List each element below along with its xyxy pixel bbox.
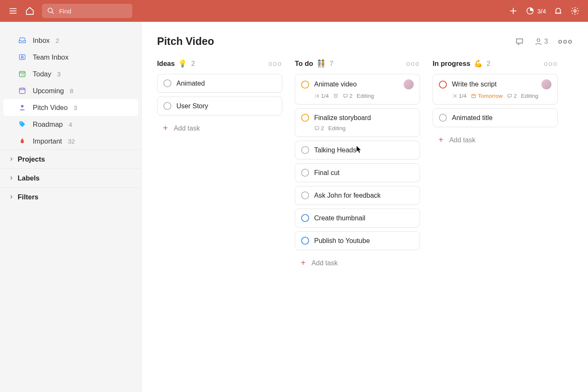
task-status: Editing — [328, 125, 346, 131]
task-card[interactable]: Talking Heads — [295, 141, 420, 159]
search-input[interactable] — [59, 8, 127, 15]
task-card[interactable]: Animate video1/42Editing — [295, 74, 420, 105]
task-checkbox[interactable] — [301, 191, 309, 199]
sidebar-group-filters[interactable]: Filters — [0, 187, 142, 206]
add-task-button[interactable]: +Add task — [157, 119, 282, 137]
avatar — [404, 79, 414, 89]
task-title: Talking Heads — [314, 146, 414, 154]
bell-icon[interactable] — [554, 6, 563, 16]
comments-button[interactable] — [515, 37, 524, 46]
sidebar-item-team-inbox[interactable]: Team Inbox — [0, 49, 142, 65]
comment-count: 2 — [314, 125, 324, 131]
add-task-label: Add task — [449, 136, 475, 144]
sidebar-group-label: Projects — [18, 155, 45, 163]
sidebar-item-count: 3 — [57, 71, 60, 78]
sidebar-item-upcoming[interactable]: Upcoming 8 — [0, 82, 142, 99]
add-task-button[interactable]: +Add task — [295, 254, 420, 272]
gear-icon[interactable] — [570, 6, 580, 16]
add-task-button[interactable]: +Add task — [433, 131, 558, 149]
task-checkbox[interactable] — [301, 81, 309, 89]
person-icon — [18, 103, 27, 112]
sidebar-group-label: Labels — [18, 174, 39, 182]
svg-rect-22 — [472, 94, 475, 98]
task-card[interactable]: Animated — [157, 74, 282, 93]
task-checkbox[interactable] — [301, 146, 309, 154]
column-emoji-icon: 💡 — [178, 59, 187, 68]
add-icon[interactable] — [509, 6, 518, 16]
task-card[interactable]: Publish to Youtube — [295, 231, 420, 250]
task-status: Editing — [357, 93, 374, 99]
chevron-right-icon — [7, 173, 16, 183]
menu-icon[interactable] — [8, 6, 18, 16]
task-meta: 1/42Editing — [314, 93, 414, 99]
task-card[interactable]: Ask John for feedback — [295, 186, 420, 205]
task-card[interactable]: Create thumbnail — [295, 209, 420, 227]
task-title: Animated title — [452, 114, 551, 122]
plus-icon: + — [438, 135, 444, 145]
task-card[interactable]: Write the script1/4Tomorrow2Editing — [433, 74, 558, 105]
progress-indicator[interactable]: 3/4 — [525, 6, 546, 16]
task-checkbox[interactable] — [301, 214, 309, 222]
column-more-button[interactable]: ooo — [406, 60, 420, 68]
members-count: 3 — [544, 38, 548, 45]
sidebar-group-labels[interactable]: Labels — [0, 168, 142, 187]
task-checkbox[interactable] — [163, 102, 171, 110]
due-date: Tomorrow — [471, 93, 503, 99]
sidebar-item-roadmap[interactable]: Roadmap 4 — [0, 116, 142, 133]
task-title: Animate video — [314, 81, 399, 88]
more-button[interactable]: ooo — [558, 38, 573, 45]
svg-rect-14 — [19, 88, 25, 94]
task-checkbox[interactable] — [439, 81, 447, 89]
plus-icon: + — [301, 258, 306, 268]
task-checkbox[interactable] — [301, 114, 309, 122]
add-task-label: Add task — [312, 259, 338, 267]
svg-text:21: 21 — [21, 73, 25, 76]
column-emoji-icon: 🧑‍🤝‍🧑 — [317, 59, 326, 68]
sidebar-item-count: 8 — [70, 87, 73, 94]
members-button[interactable]: 3 — [534, 37, 548, 46]
task-card[interactable]: Finalize storyboard2Editing — [295, 108, 420, 137]
task-title: Finalize storyboard — [314, 114, 414, 122]
task-checkbox[interactable] — [439, 114, 447, 122]
chevron-right-icon — [7, 192, 16, 201]
sidebar-item-label: Team Inbox — [33, 53, 68, 61]
page-title: Pitch Video — [157, 35, 214, 47]
column-emoji-icon: 💪 — [474, 59, 483, 68]
task-title: Ask John for feedback — [314, 192, 414, 199]
task-card[interactable]: Animated title — [433, 108, 558, 127]
sidebar-item-today[interactable]: 21 Today 3 — [0, 65, 142, 82]
sidebar-item-pitch-video[interactable]: Pitch Video 3 — [3, 99, 138, 116]
task-title: Publish to Youtube — [314, 237, 414, 245]
task-title: Final cut — [314, 169, 414, 177]
svg-rect-9 — [19, 55, 25, 60]
task-card[interactable]: User Story — [157, 97, 282, 115]
column-title: To do — [295, 60, 313, 68]
board-column: Ideas 💡 2 ooo Animated User Story+Add ta… — [157, 59, 282, 137]
task-checkbox[interactable] — [301, 169, 309, 177]
subtask-count: 1/4 — [452, 93, 467, 99]
task-checkbox[interactable] — [163, 79, 171, 87]
svg-point-3 — [48, 8, 53, 13]
column-title: Ideas — [157, 60, 175, 68]
sidebar-item-count: 3 — [74, 104, 77, 111]
calendar-today-icon: 21 — [18, 69, 27, 78]
board-column: In progress 💪 2 ooo Write the script1/4T… — [433, 59, 558, 149]
sidebar-item-count: 4 — [69, 121, 72, 128]
task-card[interactable]: Final cut — [295, 163, 420, 182]
search-box[interactable] — [42, 4, 132, 18]
team-inbox-icon — [18, 52, 27, 62]
tag-icon — [18, 120, 27, 129]
sidebar-group-projects[interactable]: Projects — [0, 149, 142, 168]
task-title: Create thumbnail — [314, 214, 414, 222]
sidebar-item-inbox[interactable]: Inbox 2 — [0, 32, 142, 49]
home-icon[interactable] — [25, 6, 34, 16]
column-more-button[interactable]: ooo — [544, 60, 558, 68]
comment-count: 2 — [343, 93, 353, 99]
sidebar-item-count: 2 — [55, 37, 59, 44]
sidebar-item-important[interactable]: Important 32 — [0, 133, 142, 149]
task-status: Editing — [521, 93, 538, 99]
sidebar-group-label: Filters — [18, 193, 39, 201]
task-checkbox[interactable] — [301, 237, 309, 245]
sidebar-item-label: Roadmap — [33, 120, 63, 128]
column-more-button[interactable]: ooo — [268, 60, 282, 68]
